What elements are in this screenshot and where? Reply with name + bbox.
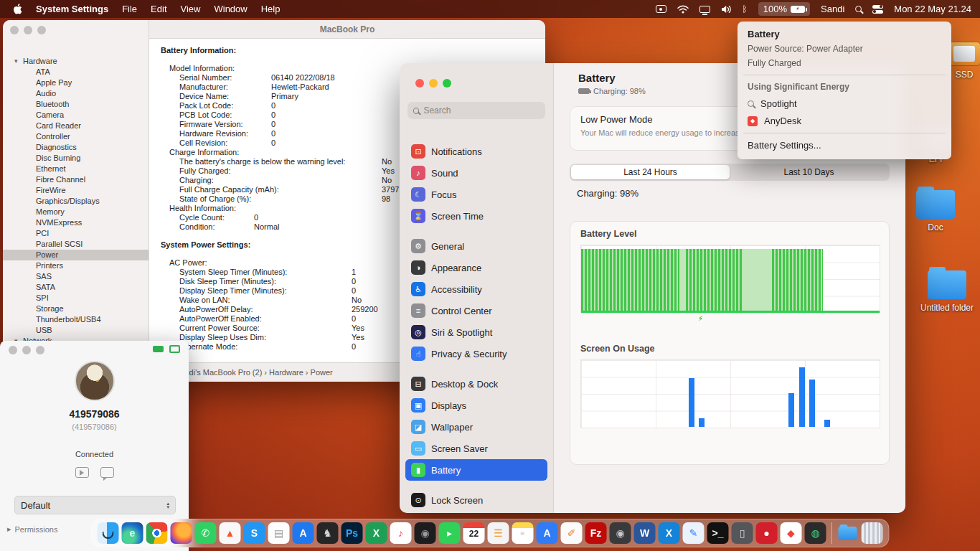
display-mirroring-icon[interactable] — [699, 6, 710, 13]
sysinfo-sidebar-item-graphics-displays[interactable]: Graphics/Displays — [3, 196, 149, 207]
sysinfo-sidebar-item-card-reader[interactable]: Card Reader — [3, 121, 149, 131]
sidebar-item-lock-screen[interactable]: ⊙Lock Screen — [405, 489, 547, 511]
sysinfo-sidebar-item-audio[interactable]: Audio — [3, 88, 149, 99]
profile-select[interactable]: Default ▴▾ — [14, 496, 176, 514]
sidebar-item-general[interactable]: ⚙General — [405, 235, 547, 257]
dock-item-calendar[interactable]: 22 — [463, 522, 485, 544]
settings-search[interactable] — [407, 102, 545, 119]
sidebar-item-wallpaper[interactable]: ◪Wallpaper — [405, 416, 547, 438]
battery-settings-link[interactable]: Battery Settings... — [748, 140, 941, 151]
close-button[interactable] — [9, 346, 17, 354]
sysinfo-sidebar-item-usb[interactable]: USB — [3, 325, 149, 336]
desktop-icon-untitled-folder[interactable]: Untitled folder — [917, 267, 977, 313]
minimize-button[interactable] — [429, 79, 438, 88]
dock-item-music[interactable]: ♪ — [390, 522, 412, 544]
window-controls[interactable] — [10, 26, 46, 34]
dock-item-skype[interactable]: S — [244, 522, 265, 544]
dock-item-red-app[interactable]: ● — [756, 522, 778, 544]
minimize-button[interactable] — [22, 346, 31, 354]
sysinfo-sidebar-item-nvmexpress[interactable]: NVMExpress — [3, 217, 149, 228]
dock-item-anydesk[interactable]: ◆ — [781, 522, 802, 544]
battery-status-item[interactable]: 100% — [758, 2, 810, 16]
screen-record-icon[interactable] — [656, 5, 666, 13]
sysinfo-sidebar-item-printers[interactable]: Printers — [3, 260, 149, 271]
file-transfer-icon[interactable] — [75, 467, 89, 478]
dock-item-textedit[interactable]: ▤ — [268, 522, 290, 544]
sysinfo-sidebar-item-disc-burning[interactable]: Disc Burning — [3, 153, 149, 164]
dock-item-gray-app[interactable]: ▯ — [732, 522, 753, 544]
sidebar-item-screen-time[interactable]: ⌛Screen Time — [405, 205, 547, 227]
dock-item-edge[interactable]: e — [122, 522, 143, 544]
window-controls[interactable] — [415, 79, 451, 88]
sysinfo-sidebar-item-sata[interactable]: SATA — [3, 282, 149, 293]
sysinfo-sidebar-item-hardware[interactable]: ▾Hardware — [3, 56, 149, 67]
dock-item-firefox[interactable] — [171, 522, 192, 544]
menu-window[interactable]: Window — [214, 4, 247, 14]
zoom-button[interactable] — [37, 26, 46, 34]
dock-item-gray-circle-app[interactable]: ◉ — [610, 522, 631, 544]
sidebar-item-screen-saver[interactable]: ▭Screen Saver — [405, 438, 547, 459]
active-app-name[interactable]: System Settings — [36, 4, 108, 14]
wifi-icon[interactable] — [677, 5, 689, 14]
sidebar-item-appearance[interactable]: ◑Appearance — [405, 257, 547, 278]
dock-item-facetime[interactable]: ▸ — [439, 522, 461, 544]
chat-icon[interactable] — [100, 467, 114, 478]
dock-item-blue-a-app[interactable]: A — [537, 522, 558, 544]
sidebar-item-sound[interactable]: ♪Sound — [405, 162, 547, 184]
sysinfo-sidebar-item-camera[interactable]: Camera — [3, 110, 149, 121]
permissions-toggle[interactable]: ▸ Permissions — [7, 524, 57, 534]
dock-item-app-store[interactable]: A — [293, 522, 314, 544]
control-center-icon[interactable] — [872, 5, 883, 14]
dock-item-stacked-app[interactable]: ☰ — [488, 522, 509, 544]
sysinfo-sidebar-item-pci[interactable]: PCI — [3, 228, 149, 239]
sysinfo-sidebar-item-thunderbolt-usb4[interactable]: Thunderbolt/USB4 — [3, 314, 149, 325]
sidebar-item-privacy-security[interactable]: ☝Privacy & Security — [405, 343, 547, 364]
dock-item-chrome[interactable] — [146, 522, 168, 544]
dock-item-camera-app[interactable]: ◉ — [415, 522, 436, 544]
sidebar-item-control-center[interactable]: ≡Control Center — [405, 300, 547, 321]
sidebar-item-displays[interactable]: ▣Displays — [405, 395, 547, 416]
menubar-clock[interactable]: Mon 22 May 21.24 — [894, 4, 971, 14]
window-controls[interactable] — [9, 346, 44, 354]
sysinfo-sidebar-item-diagnostics[interactable]: Diagnostics — [3, 142, 149, 153]
energy-app-spotlight[interactable]: Spotlight — [748, 98, 941, 109]
sidebar-item-notifications[interactable]: ⊡Notifications — [405, 141, 547, 162]
dock-item-notes[interactable]: ≡ — [512, 522, 534, 544]
breadcrumb[interactable]: Sandi's MacBook Pro (2) › Hardware › Pow… — [175, 368, 333, 377]
menu-edit[interactable]: Edit — [151, 4, 166, 14]
dock-item-photoshop[interactable]: Ps — [341, 522, 363, 544]
dock-item-dark-game[interactable]: ♞ — [317, 522, 339, 544]
sysinfo-sidebar-item-ata[interactable]: ATA — [3, 67, 149, 77]
tab-last-10-days[interactable]: Last 10 Days — [730, 165, 888, 179]
dock-item-whatsapp[interactable]: ✆ — [195, 522, 217, 544]
close-button[interactable] — [10, 26, 19, 34]
dock-item-word[interactable]: W — [634, 522, 656, 544]
dock-item-android-studio[interactable]: ◍ — [805, 522, 826, 544]
apple-menu-icon[interactable] — [13, 4, 22, 14]
dock-item-trash[interactable] — [862, 522, 883, 544]
dock-item-filezilla[interactable]: Fz — [585, 522, 607, 544]
volume-icon[interactable] — [721, 5, 732, 14]
sysinfo-sidebar-item-fibre-channel[interactable]: Fibre Channel — [3, 174, 149, 185]
bluetooth-icon[interactable]: ᛒ — [743, 5, 748, 14]
search-input[interactable] — [423, 105, 540, 116]
sidebar-item-focus[interactable]: ☾Focus — [405, 184, 547, 205]
sysinfo-sidebar-item-firewire[interactable]: FireWire — [3, 185, 149, 196]
desktop-icon-doc[interactable]: Doc — [905, 187, 966, 232]
zoom-button[interactable] — [443, 79, 451, 88]
dock-item-pen-app[interactable]: ✎ — [683, 522, 705, 544]
sysinfo-sidebar-item-memory[interactable]: Memory — [3, 207, 149, 217]
sysinfo-sidebar-item-apple-pay[interactable]: Apple Pay — [3, 77, 149, 88]
disclosure-triangle-icon[interactable]: ▾ — [14, 56, 23, 67]
dock-item-brave[interactable]: ▲ — [220, 522, 241, 544]
tab-last-24-hours[interactable]: Last 24 Hours — [571, 165, 730, 179]
sysinfo-sidebar-item-sas[interactable]: SAS — [3, 271, 149, 282]
energy-app-anydesk[interactable]: ◆ AnyDesk — [748, 116, 941, 126]
sysinfo-sidebar-item-controller[interactable]: Controller — [3, 131, 149, 142]
fast-user-switch[interactable]: Sandi — [821, 4, 844, 14]
dock-item-pencil-app[interactable]: ✐ — [561, 522, 583, 544]
sysinfo-sidebar-item-power[interactable]: Power — [3, 250, 149, 260]
sidebar-item-accessibility[interactable]: ♿Accessibility — [405, 278, 547, 300]
sysinfo-sidebar-item-bluetooth[interactable]: Bluetooth — [3, 99, 149, 110]
zoom-button[interactable] — [36, 346, 44, 354]
